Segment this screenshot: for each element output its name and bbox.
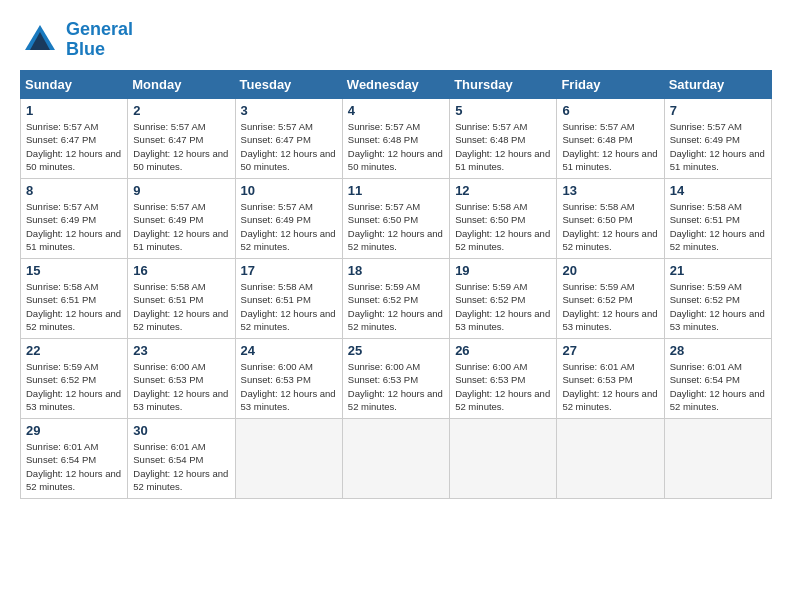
page-header: General Blue bbox=[20, 20, 772, 60]
day-cell-24: 24 Sunrise: 6:00 AM Sunset: 6:53 PM Dayl… bbox=[235, 339, 342, 419]
day-info: Sunrise: 5:58 AM Sunset: 6:50 PM Dayligh… bbox=[455, 200, 551, 253]
week-row-1: 1 Sunrise: 5:57 AM Sunset: 6:47 PM Dayli… bbox=[21, 99, 772, 179]
day-number: 3 bbox=[241, 103, 337, 118]
day-number: 21 bbox=[670, 263, 766, 278]
day-number: 20 bbox=[562, 263, 658, 278]
day-number: 27 bbox=[562, 343, 658, 358]
day-number: 25 bbox=[348, 343, 444, 358]
day-info: Sunrise: 5:59 AM Sunset: 6:52 PM Dayligh… bbox=[348, 280, 444, 333]
day-cell-10: 10 Sunrise: 5:57 AM Sunset: 6:49 PM Dayl… bbox=[235, 179, 342, 259]
day-cell-29: 29 Sunrise: 6:01 AM Sunset: 6:54 PM Dayl… bbox=[21, 419, 128, 499]
day-cell-9: 9 Sunrise: 5:57 AM Sunset: 6:49 PM Dayli… bbox=[128, 179, 235, 259]
day-info: Sunrise: 5:57 AM Sunset: 6:49 PM Dayligh… bbox=[241, 200, 337, 253]
day-number: 1 bbox=[26, 103, 122, 118]
day-info: Sunrise: 5:58 AM Sunset: 6:51 PM Dayligh… bbox=[670, 200, 766, 253]
day-info: Sunrise: 5:58 AM Sunset: 6:51 PM Dayligh… bbox=[241, 280, 337, 333]
day-info: Sunrise: 5:58 AM Sunset: 6:50 PM Dayligh… bbox=[562, 200, 658, 253]
day-cell-25: 25 Sunrise: 6:00 AM Sunset: 6:53 PM Dayl… bbox=[342, 339, 449, 419]
day-info: Sunrise: 5:57 AM Sunset: 6:47 PM Dayligh… bbox=[241, 120, 337, 173]
day-cell-3: 3 Sunrise: 5:57 AM Sunset: 6:47 PM Dayli… bbox=[235, 99, 342, 179]
column-header-thursday: Thursday bbox=[450, 71, 557, 99]
day-info: Sunrise: 6:01 AM Sunset: 6:54 PM Dayligh… bbox=[133, 440, 229, 493]
day-info: Sunrise: 5:57 AM Sunset: 6:49 PM Dayligh… bbox=[133, 200, 229, 253]
day-info: Sunrise: 5:57 AM Sunset: 6:49 PM Dayligh… bbox=[670, 120, 766, 173]
day-info: Sunrise: 5:57 AM Sunset: 6:48 PM Dayligh… bbox=[455, 120, 551, 173]
day-number: 6 bbox=[562, 103, 658, 118]
day-cell-6: 6 Sunrise: 5:57 AM Sunset: 6:48 PM Dayli… bbox=[557, 99, 664, 179]
day-number: 2 bbox=[133, 103, 229, 118]
day-number: 23 bbox=[133, 343, 229, 358]
column-header-saturday: Saturday bbox=[664, 71, 771, 99]
day-info: Sunrise: 5:57 AM Sunset: 6:48 PM Dayligh… bbox=[562, 120, 658, 173]
day-number: 10 bbox=[241, 183, 337, 198]
day-info: Sunrise: 5:57 AM Sunset: 6:47 PM Dayligh… bbox=[133, 120, 229, 173]
day-number: 22 bbox=[26, 343, 122, 358]
day-number: 11 bbox=[348, 183, 444, 198]
day-cell-22: 22 Sunrise: 5:59 AM Sunset: 6:52 PM Dayl… bbox=[21, 339, 128, 419]
day-cell-30: 30 Sunrise: 6:01 AM Sunset: 6:54 PM Dayl… bbox=[128, 419, 235, 499]
logo: General Blue bbox=[20, 20, 133, 60]
day-number: 24 bbox=[241, 343, 337, 358]
day-info: Sunrise: 5:57 AM Sunset: 6:48 PM Dayligh… bbox=[348, 120, 444, 173]
day-cell-23: 23 Sunrise: 6:00 AM Sunset: 6:53 PM Dayl… bbox=[128, 339, 235, 419]
day-info: Sunrise: 6:01 AM Sunset: 6:54 PM Dayligh… bbox=[670, 360, 766, 413]
day-number: 9 bbox=[133, 183, 229, 198]
day-info: Sunrise: 6:00 AM Sunset: 6:53 PM Dayligh… bbox=[348, 360, 444, 413]
day-cell-1: 1 Sunrise: 5:57 AM Sunset: 6:47 PM Dayli… bbox=[21, 99, 128, 179]
column-header-wednesday: Wednesday bbox=[342, 71, 449, 99]
day-info: Sunrise: 6:00 AM Sunset: 6:53 PM Dayligh… bbox=[241, 360, 337, 413]
day-cell-8: 8 Sunrise: 5:57 AM Sunset: 6:49 PM Dayli… bbox=[21, 179, 128, 259]
day-cell-5: 5 Sunrise: 5:57 AM Sunset: 6:48 PM Dayli… bbox=[450, 99, 557, 179]
day-number: 19 bbox=[455, 263, 551, 278]
column-header-monday: Monday bbox=[128, 71, 235, 99]
day-info: Sunrise: 5:59 AM Sunset: 6:52 PM Dayligh… bbox=[562, 280, 658, 333]
column-header-friday: Friday bbox=[557, 71, 664, 99]
day-number: 17 bbox=[241, 263, 337, 278]
day-info: Sunrise: 5:57 AM Sunset: 6:49 PM Dayligh… bbox=[26, 200, 122, 253]
day-number: 14 bbox=[670, 183, 766, 198]
day-cell-26: 26 Sunrise: 6:00 AM Sunset: 6:53 PM Dayl… bbox=[450, 339, 557, 419]
day-cell-12: 12 Sunrise: 5:58 AM Sunset: 6:50 PM Dayl… bbox=[450, 179, 557, 259]
day-info: Sunrise: 5:58 AM Sunset: 6:51 PM Dayligh… bbox=[26, 280, 122, 333]
empty-cell bbox=[235, 419, 342, 499]
day-cell-14: 14 Sunrise: 5:58 AM Sunset: 6:51 PM Dayl… bbox=[664, 179, 771, 259]
day-number: 15 bbox=[26, 263, 122, 278]
week-row-5: 29 Sunrise: 6:01 AM Sunset: 6:54 PM Dayl… bbox=[21, 419, 772, 499]
column-header-tuesday: Tuesday bbox=[235, 71, 342, 99]
day-cell-28: 28 Sunrise: 6:01 AM Sunset: 6:54 PM Dayl… bbox=[664, 339, 771, 419]
day-info: Sunrise: 5:57 AM Sunset: 6:50 PM Dayligh… bbox=[348, 200, 444, 253]
day-cell-18: 18 Sunrise: 5:59 AM Sunset: 6:52 PM Dayl… bbox=[342, 259, 449, 339]
day-info: Sunrise: 6:01 AM Sunset: 6:53 PM Dayligh… bbox=[562, 360, 658, 413]
day-number: 18 bbox=[348, 263, 444, 278]
day-number: 29 bbox=[26, 423, 122, 438]
day-number: 16 bbox=[133, 263, 229, 278]
day-cell-13: 13 Sunrise: 5:58 AM Sunset: 6:50 PM Dayl… bbox=[557, 179, 664, 259]
day-info: Sunrise: 5:57 AM Sunset: 6:47 PM Dayligh… bbox=[26, 120, 122, 173]
empty-cell bbox=[450, 419, 557, 499]
column-header-sunday: Sunday bbox=[21, 71, 128, 99]
day-number: 30 bbox=[133, 423, 229, 438]
day-number: 26 bbox=[455, 343, 551, 358]
empty-cell bbox=[342, 419, 449, 499]
day-info: Sunrise: 5:58 AM Sunset: 6:51 PM Dayligh… bbox=[133, 280, 229, 333]
week-row-3: 15 Sunrise: 5:58 AM Sunset: 6:51 PM Dayl… bbox=[21, 259, 772, 339]
logo-icon bbox=[20, 20, 60, 60]
day-cell-27: 27 Sunrise: 6:01 AM Sunset: 6:53 PM Dayl… bbox=[557, 339, 664, 419]
day-number: 7 bbox=[670, 103, 766, 118]
day-info: Sunrise: 6:00 AM Sunset: 6:53 PM Dayligh… bbox=[133, 360, 229, 413]
day-cell-4: 4 Sunrise: 5:57 AM Sunset: 6:48 PM Dayli… bbox=[342, 99, 449, 179]
day-number: 12 bbox=[455, 183, 551, 198]
day-info: Sunrise: 5:59 AM Sunset: 6:52 PM Dayligh… bbox=[455, 280, 551, 333]
day-cell-20: 20 Sunrise: 5:59 AM Sunset: 6:52 PM Dayl… bbox=[557, 259, 664, 339]
day-cell-7: 7 Sunrise: 5:57 AM Sunset: 6:49 PM Dayli… bbox=[664, 99, 771, 179]
day-number: 5 bbox=[455, 103, 551, 118]
week-row-4: 22 Sunrise: 5:59 AM Sunset: 6:52 PM Dayl… bbox=[21, 339, 772, 419]
logo-text: General Blue bbox=[66, 20, 133, 60]
day-cell-16: 16 Sunrise: 5:58 AM Sunset: 6:51 PM Dayl… bbox=[128, 259, 235, 339]
day-cell-2: 2 Sunrise: 5:57 AM Sunset: 6:47 PM Dayli… bbox=[128, 99, 235, 179]
day-number: 28 bbox=[670, 343, 766, 358]
calendar-table: SundayMondayTuesdayWednesdayThursdayFrid… bbox=[20, 70, 772, 499]
day-cell-17: 17 Sunrise: 5:58 AM Sunset: 6:51 PM Dayl… bbox=[235, 259, 342, 339]
day-cell-19: 19 Sunrise: 5:59 AM Sunset: 6:52 PM Dayl… bbox=[450, 259, 557, 339]
empty-cell bbox=[557, 419, 664, 499]
